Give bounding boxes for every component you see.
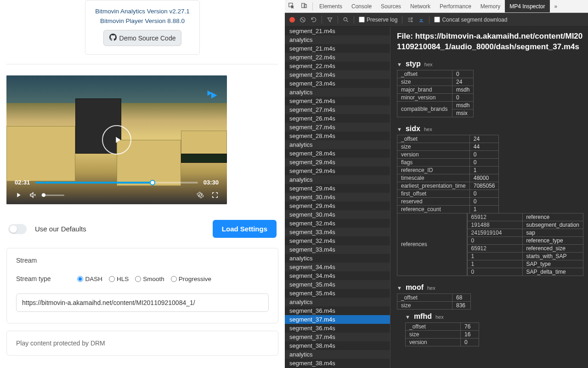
radio-dash[interactable]: DASH [77,276,102,282]
segment-item[interactable]: analytics [285,298,390,306]
device-toggle-icon[interactable] [298,2,311,10]
play-icon[interactable] [15,191,22,199]
segment-item[interactable]: analytics [285,35,390,44]
segment-item[interactable]: segment_26.m4s [285,97,390,105]
collapse-icon[interactable]: ▼ [397,285,402,291]
current-time: 02:31 [15,179,30,186]
video-player[interactable]: 02:31 03:30 [6,75,227,204]
settings-icon[interactable] [407,17,413,23]
segment-item[interactable]: segment_27.m4s [285,123,390,132]
github-icon [109,34,117,42]
segment-item[interactable]: segment_29.m4s [285,158,390,167]
segment-item[interactable]: analytics [285,175,390,184]
segment-item[interactable]: segment_38.m4s [285,359,390,368]
devtools-tab-sources[interactable]: Sources [376,0,406,12]
segment-item[interactable]: segment_26.m4s [285,114,390,123]
radio-progressive[interactable]: Progressive [171,276,211,282]
segment-item[interactable]: segment_35.m4s [285,289,390,298]
play-button[interactable] [102,125,131,155]
volume-slider[interactable] [41,195,64,196]
hex-toggle[interactable]: hex [424,126,432,132]
radio-hls[interactable]: HLS [109,276,129,282]
segment-item[interactable]: segment_36.m4s [285,306,390,315]
segment-item[interactable]: segment_37.m4s [285,333,390,341]
segment-item[interactable]: analytics [285,254,390,263]
preserve-log-checkbox[interactable]: Preserve log [359,17,397,23]
concat-download-checkbox[interactable]: Concat segment download [434,17,507,23]
segment-item[interactable]: segment_38.m4s [285,341,390,350]
segment-item[interactable]: segment_32.m4s [285,236,390,245]
fullscreen-icon[interactable] [211,191,219,199]
download-icon[interactable] [418,17,424,23]
clear-button[interactable] [300,17,306,23]
collapse-icon[interactable]: ▼ [405,314,410,320]
svg-rect-1 [302,3,305,7]
segment-item[interactable]: segment_21.m4s [285,27,390,35]
segment-item[interactable]: segment_36.m4s [285,324,390,333]
devtools-tab-performance[interactable]: Performance [435,0,476,12]
seek-bar[interactable] [35,182,198,184]
duration-time: 03:30 [204,179,219,186]
svg-point-5 [412,21,413,22]
collapse-icon[interactable]: ▼ [397,126,402,132]
settings-gear-icon[interactable] [197,191,204,199]
stream-url-input[interactable] [16,293,269,312]
segment-item[interactable]: segment_22.m4s [285,53,390,62]
segment-item[interactable]: analytics [285,140,390,149]
app-left-pane: Bitmovin Analytics Version v2.27.1 Bitmo… [0,0,285,368]
segment-item[interactable]: segment_29.m4s [285,201,390,210]
segment-list[interactable]: segment_21.m4sanalyticssegment_21.m4sseg… [285,27,390,368]
segment-item[interactable]: segment_23.m4s [285,70,390,79]
segment-item[interactable]: segment_23.m4s [285,79,390,88]
segment-item[interactable]: segment_34.m4s [285,263,390,271]
segment-item[interactable]: segment_29.m4s [285,167,390,175]
segment-item[interactable]: segment_30.m4s [285,193,390,201]
segment-item[interactable]: segment_22.m4s [285,62,390,70]
radio-smooth[interactable]: Smooth [135,276,164,282]
segment-item[interactable]: segment_30.m4s [285,210,390,219]
defaults-toggle[interactable] [8,224,27,234]
segment-item[interactable]: segment_27.m4s [285,105,390,114]
filter-icon[interactable] [327,17,333,23]
mute-icon[interactable] [29,191,37,199]
inspector-body: segment_21.m4sanalyticssegment_21.m4sseg… [285,27,588,368]
collapse-icon[interactable]: ▼ [397,62,402,67]
drm-card: Play content protected by DRM [6,331,278,356]
segment-item[interactable]: segment_28.m4s [285,149,390,158]
demo-source-button[interactable]: Demo Source Code [103,30,182,46]
segment-item[interactable]: segment_35.m4s [285,280,390,289]
segment-item[interactable]: segment_21.m4s [285,44,390,53]
bitmovin-logo-icon [206,88,219,103]
drm-heading: Play content protected by DRM [16,339,105,347]
segment-item[interactable]: segment_33.m4s [285,228,390,236]
segment-item[interactable]: segment_32.m4s [285,219,390,228]
load-settings-button[interactable]: Load Settings [213,220,277,238]
segment-item[interactable]: segment_28.m4s [285,132,390,140]
segment-item[interactable]: segment_37.m4s [285,315,390,324]
hex-toggle[interactable]: hex [435,314,444,320]
devtools-tab-elements[interactable]: Elements [315,0,347,12]
references-label: references [397,213,467,276]
search-icon[interactable] [343,17,349,23]
devtools-tab-memory[interactable]: Memory [476,0,505,12]
more-tabs-icon[interactable]: » [550,3,562,10]
hex-toggle[interactable]: hex [424,62,433,67]
segment-item[interactable]: analytics [285,350,390,359]
record-button[interactable] [289,17,295,23]
segment-item[interactable]: segment_33.m4s [285,245,390,254]
inspect-element-icon[interactable] [285,2,298,10]
version-card: Bitmovin Analytics Version v2.27.1 Bitmo… [85,0,200,55]
devtools-tab-mp4-inspector[interactable]: MP4 Inspector [505,0,549,12]
devtools-tab-network[interactable]: Network [406,0,435,12]
analytics-version: Bitmovin Analytics Version v2.27.1 [92,8,193,15]
box-tree-view[interactable]: File: https://bitmovin-a.akamaihd.net/co… [390,27,588,368]
segment-item[interactable]: segment_29.m4s [285,184,390,193]
inspector-toolbar: Preserve log Concat segment download [285,13,588,27]
devtools-tab-console[interactable]: Console [347,0,376,12]
svg-point-4 [344,17,347,21]
stream-type-row: Stream type DASH HLS Smooth Progressive [16,275,269,282]
hex-toggle[interactable]: hex [427,285,435,291]
segment-item[interactable]: segment_34.m4s [285,271,390,280]
segment-item[interactable]: analytics [285,88,390,97]
reload-button[interactable] [311,17,317,23]
